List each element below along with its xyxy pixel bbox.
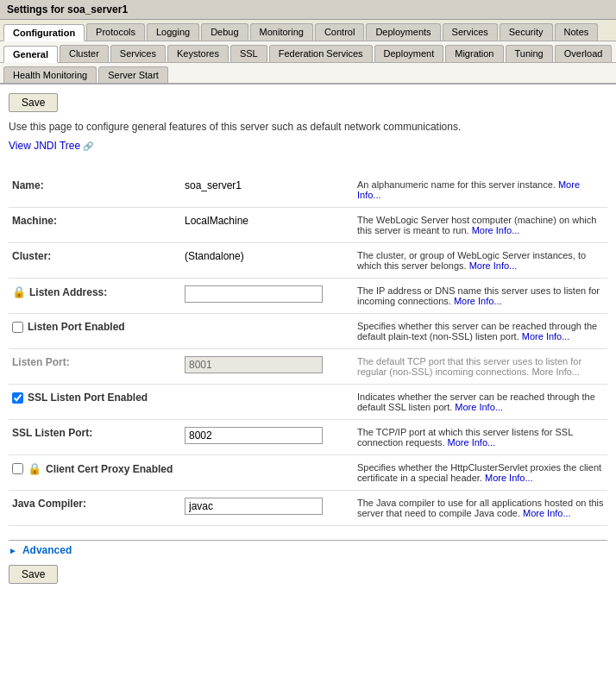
tab-overload[interactable]: Overload — [555, 45, 613, 62]
tab-control[interactable]: Control — [315, 23, 364, 41]
tab-general[interactable]: General — [3, 46, 58, 63]
tab-debug[interactable]: Debug — [201, 23, 248, 41]
jndi-link-text: View JNDI Tree — [9, 140, 80, 152]
field-desc-5: The default TCP port that this server us… — [354, 349, 607, 385]
input-field-9[interactable] — [185, 498, 323, 515]
field-desc-4: Specifies whether this server can be rea… — [354, 314, 607, 349]
jndi-tree-link[interactable]: View JNDI Tree 🔗 — [9, 140, 93, 152]
more-link-7[interactable]: More Info... — [448, 437, 496, 448]
more-link-1[interactable]: More Info... — [472, 225, 520, 235]
field-label-1: Machine: — [9, 208, 181, 243]
content-area: Save Use this page to configure general … — [0, 85, 616, 592]
advanced-toggle-icon: ► — [9, 546, 17, 555]
field-desc-8: Specifies whether the HttpClusterServlet… — [354, 455, 607, 491]
field-label-text-8: Client Cert Proxy Enabled — [46, 463, 173, 475]
input-field-3[interactable] — [185, 285, 323, 303]
field-row-0: Name:soa_server1An alphanumeric name for… — [9, 172, 607, 208]
tab-bar-row3: Health MonitoringServer Start — [0, 63, 616, 85]
tab-logging[interactable]: Logging — [147, 23, 199, 41]
more-link-0[interactable]: More Info... — [357, 179, 580, 200]
field-label-2: Cluster: — [9, 243, 181, 279]
field-desc-0: An alphanumeric name for this server ins… — [354, 172, 607, 208]
field-value-2: (Standalone) — [185, 250, 244, 262]
save-button-bottom[interactable]: Save — [9, 565, 58, 584]
tab-deployment[interactable]: Deployment — [374, 45, 444, 62]
save-button-top[interactable]: Save — [9, 93, 58, 112]
advanced-header[interactable]: ► Advanced — [9, 544, 607, 556]
field-row-1: Machine:LocalMachineThe WebLogic Server … — [9, 208, 607, 243]
field-label-0: Name: — [9, 172, 181, 208]
tab-ssl[interactable]: SSL — [230, 45, 267, 62]
field-value-1: LocalMachine — [185, 215, 248, 227]
tab-server-start[interactable]: Server Start — [98, 66, 168, 83]
tab-configuration[interactable]: Configuration — [3, 24, 85, 41]
tab-deployments[interactable]: Deployments — [366, 23, 440, 41]
input-field-5 — [185, 356, 323, 373]
advanced-label: Advanced — [22, 544, 72, 556]
tab-migration[interactable]: Migration — [445, 45, 503, 62]
field-desc-2: The cluster, or group of WebLogic Server… — [354, 243, 607, 279]
field-label-7: SSL Listen Port: — [9, 420, 181, 455]
checkbox-4[interactable] — [12, 322, 23, 333]
field-row-2: Cluster:(Standalone)The cluster, or grou… — [9, 243, 607, 279]
tab-security[interactable]: Security — [500, 23, 553, 41]
tab-monitoring[interactable]: Monitoring — [250, 23, 313, 41]
field-label-text-4: Listen Port Enabled — [28, 321, 125, 333]
more-link-9[interactable]: More Info... — [523, 508, 571, 518]
tab-keystores[interactable]: Keystores — [167, 45, 229, 62]
checkbox-6[interactable] — [12, 392, 23, 404]
tab-tuning[interactable]: Tuning — [506, 45, 553, 62]
checkbox-8[interactable] — [12, 463, 23, 474]
field-label-text-3: Listen Address: — [29, 286, 107, 298]
page-description: Use this page to configure general featu… — [9, 121, 607, 133]
tab-bar-row2: GeneralClusterServicesKeystoresSSLFedera… — [0, 41, 616, 63]
tab-cluster[interactable]: Cluster — [60, 45, 109, 62]
tab-services[interactable]: Services — [110, 45, 166, 62]
field-row-4: Listen Port EnabledSpecifies whether thi… — [9, 314, 607, 349]
advanced-section: ► Advanced — [9, 540, 607, 556]
tab-bar-row1: ConfigurationProtocolsLoggingDebugMonito… — [0, 20, 616, 41]
field-desc-6: Indicates whether the server can be reac… — [354, 385, 607, 420]
field-row-5: Listen Port:The default TCP port that th… — [9, 349, 607, 385]
field-row-7: SSL Listen Port:The TCP/IP port at which… — [9, 420, 607, 455]
field-row-8: 🔒Client Cert Proxy EnabledSpecifies whet… — [9, 455, 607, 491]
field-row-3: 🔒Listen Address:The IP address or DNS na… — [9, 279, 607, 314]
external-link-icon: 🔗 — [83, 141, 93, 151]
more-link-3[interactable]: More Info... — [454, 296, 502, 306]
input-field-7[interactable] — [185, 427, 323, 444]
cert-icon-8: 🔒 — [28, 462, 41, 475]
tab-services[interactable]: Services — [443, 23, 498, 41]
field-value-0: soa_server1 — [185, 179, 242, 191]
field-label-5: Listen Port: — [9, 349, 181, 385]
fields-table: Name:soa_server1An alphanumeric name for… — [9, 172, 607, 526]
tab-notes[interactable]: Notes — [555, 23, 599, 41]
more-link-2[interactable]: More Info... — [469, 260, 518, 271]
tab-health-monitoring[interactable]: Health Monitoring — [3, 66, 97, 83]
field-desc-3: The IP address or DNS name this server u… — [354, 279, 607, 314]
field-row-9: Java Compiler:The Java compiler to use f… — [9, 491, 607, 526]
more-link-5[interactable]: More Info... — [531, 367, 580, 377]
field-label-9: Java Compiler: — [9, 491, 181, 526]
window-title: Settings for soa_server1 — [0, 0, 616, 20]
more-link-4[interactable]: More Info... — [522, 331, 570, 342]
field-desc-1: The WebLogic Server host computer (machi… — [354, 208, 607, 243]
field-label-text-6: SSL Listen Port Enabled — [28, 392, 148, 404]
field-row-6: SSL Listen Port EnabledIndicates whether… — [9, 385, 607, 420]
more-link-6[interactable]: More Info... — [455, 402, 503, 412]
field-desc-9: The Java compiler to use for all applica… — [354, 491, 607, 526]
more-link-8[interactable]: More Info... — [485, 473, 533, 483]
tab-federation-services[interactable]: Federation Services — [269, 45, 373, 62]
field-desc-7: The TCP/IP port at which this server lis… — [354, 420, 607, 455]
lock-icon-3: 🔒 — [12, 285, 26, 298]
tab-protocols[interactable]: Protocols — [86, 23, 145, 41]
